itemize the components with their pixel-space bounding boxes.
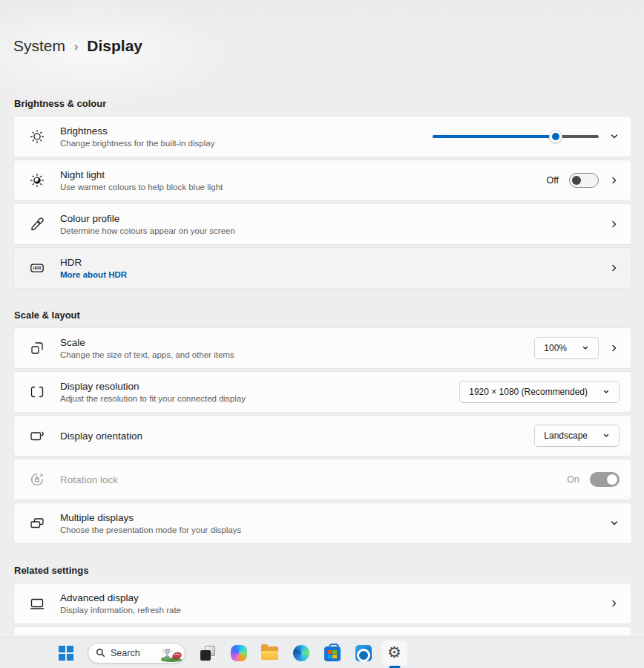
task-view-icon: [200, 645, 216, 661]
chevron-down-icon[interactable]: [609, 518, 620, 528]
setting-title: Night light: [60, 168, 547, 181]
setting-title: Colour profile: [60, 212, 609, 225]
setting-title: Advanced display: [60, 592, 609, 604]
taskbar: Search: [0, 637, 644, 668]
toggle-knob: [607, 474, 617, 485]
multiple-displays-icon: [14, 514, 60, 532]
advanced-display-icon: [14, 595, 60, 612]
setting-subtitle: Change the size of text, apps, and other…: [60, 350, 534, 361]
setting-title: Multiple displays: [60, 511, 609, 524]
section-header-related-settings: Related settings: [14, 565, 632, 576]
search-icon: [96, 648, 105, 658]
setting-title: Rotation lock: [60, 474, 567, 486]
brightness-slider[interactable]: [433, 130, 599, 143]
start-button[interactable]: [52, 640, 79, 667]
display-resolution-icon: [14, 383, 60, 401]
outlook-icon: [355, 645, 372, 661]
toggle-knob: [572, 176, 581, 185]
breadcrumb-parent[interactable]: System: [13, 37, 65, 55]
display-orientation-dropdown[interactable]: Landscape: [534, 425, 620, 447]
display-resolution-dropdown-value: 1920 × 1080 (Recommended): [469, 387, 588, 397]
setting-subtitle: Change brightness for the built-in displ…: [60, 138, 433, 149]
svg-text:HDR: HDR: [33, 266, 41, 270]
store-button[interactable]: [318, 640, 346, 667]
setting-row-night-light[interactable]: Night light Use warmer colours to help b…: [13, 160, 632, 201]
brightness-slider-fill: [433, 135, 556, 138]
setting-row-hdr[interactable]: HDR HDR More about HDR: [13, 247, 632, 289]
task-view-button[interactable]: [194, 640, 221, 667]
night-light-toggle[interactable]: [569, 173, 599, 188]
settings-button[interactable]: ⚙: [381, 640, 408, 667]
edge-button[interactable]: [287, 640, 315, 667]
taskbar-search[interactable]: Search: [88, 643, 185, 664]
setting-title: Display orientation: [60, 430, 534, 442]
chevron-right-icon[interactable]: [609, 343, 620, 353]
chevron-down-icon[interactable]: [609, 131, 620, 142]
section-header-brightness-colour: Brightness & colour: [14, 98, 632, 109]
page-title: Display: [87, 37, 142, 55]
section-header-scale-layout: Scale & layout: [14, 310, 632, 321]
dropdown-chevron-icon: [602, 432, 610, 439]
night-light-toggle-label: Off: [547, 175, 559, 186]
setting-title: Brightness: [60, 125, 433, 137]
windows-logo-icon: [59, 646, 73, 661]
chevron-right-icon[interactable]: [609, 219, 620, 229]
setting-row-rotation-lock: Rotation lock On: [13, 459, 632, 500]
setting-row-multiple-displays[interactable]: Multiple displays Choose the presentatio…: [13, 502, 632, 544]
rotation-lock-toggle: [590, 472, 620, 487]
brightness-icon: [14, 128, 60, 145]
breadcrumb-chevron-icon: ›: [74, 39, 78, 53]
dropdown-chevron-icon: [602, 388, 610, 396]
hdr-more-link[interactable]: More about HDR: [60, 269, 609, 281]
setting-subtitle: Choose the presentation mode for your di…: [60, 525, 609, 536]
night-light-icon: [14, 171, 60, 189]
store-icon: [324, 646, 341, 661]
setting-title: Display resolution: [60, 380, 459, 393]
setting-row-partial[interactable]: [13, 626, 632, 635]
colour-profile-icon: [14, 215, 60, 233]
copilot-button[interactable]: [225, 640, 252, 667]
search-highlight-image: [160, 644, 183, 662]
scale-dropdown-value: 100%: [544, 343, 567, 353]
hdr-icon: HDR: [14, 259, 60, 277]
setting-row-brightness[interactable]: Brightness Change brightness for the bui…: [13, 116, 632, 157]
setting-subtitle: Determine how colours appear on your scr…: [60, 226, 609, 237]
display-orientation-icon: [14, 427, 60, 445]
scale-dropdown[interactable]: 100%: [534, 337, 599, 359]
setting-subtitle: Display information, refresh rate: [60, 605, 609, 616]
brightness-slider-thumb[interactable]: [549, 130, 562, 143]
setting-row-display-resolution[interactable]: Display resolution Adjust the resolution…: [13, 371, 632, 413]
setting-title: Scale: [60, 336, 534, 349]
outlook-button[interactable]: [349, 640, 377, 667]
setting-row-scale[interactable]: Scale Change the size of text, apps, and…: [13, 327, 632, 369]
setting-row-display-orientation[interactable]: Display orientation Landscape: [13, 415, 632, 456]
dropdown-chevron-icon: [582, 344, 589, 352]
scale-icon: [14, 339, 60, 357]
copilot-icon: [231, 645, 247, 661]
setting-title: HDR: [60, 256, 609, 269]
setting-row-colour-profile[interactable]: Colour profile Determine how colours app…: [13, 203, 632, 245]
settings-gear-icon: ⚙: [387, 645, 401, 661]
display-resolution-dropdown[interactable]: 1920 × 1080 (Recommended): [459, 381, 620, 403]
chevron-right-icon[interactable]: [609, 263, 620, 273]
file-explorer-button[interactable]: [256, 640, 283, 667]
display-orientation-dropdown-value: Landscape: [544, 430, 588, 441]
setting-row-advanced-display[interactable]: Advanced display Display information, re…: [13, 583, 632, 624]
chevron-right-icon[interactable]: [609, 175, 620, 186]
setting-subtitle: Use warmer colours to help block blue li…: [60, 182, 547, 193]
edge-icon: [293, 645, 309, 661]
slider-track: [433, 135, 599, 138]
rotation-lock-toggle-label: On: [567, 474, 579, 485]
search-placeholder: Search: [111, 648, 154, 658]
breadcrumb: System › Display: [13, 0, 632, 56]
chevron-right-icon[interactable]: [609, 598, 620, 609]
file-explorer-icon: [261, 646, 278, 660]
setting-subtitle: Adjust the resolution to fit your connec…: [60, 393, 459, 405]
rotation-lock-icon: [14, 471, 60, 488]
